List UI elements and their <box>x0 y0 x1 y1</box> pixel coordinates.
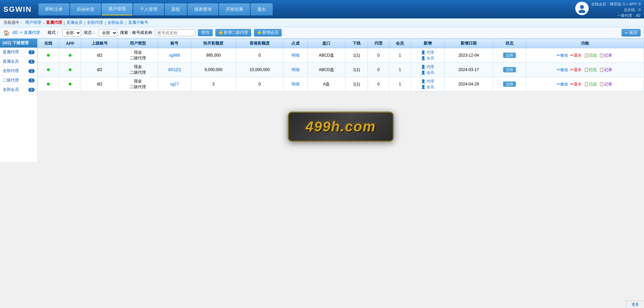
share-link-1[interactable]: 明细 <box>291 53 300 58</box>
add-agent-icon-1[interactable]: 👤 代理 <box>421 50 434 55</box>
sidebar-item-second-agent[interactable]: 二级代理 3 <box>0 76 37 85</box>
status-select[interactable]: 全部 启用 停用 <box>99 29 117 37</box>
func-withdraw-3[interactable]: ✏退水 <box>570 82 582 86</box>
add-member-icon-1[interactable]: 👤 会员 <box>421 56 434 61</box>
breadcrumb-sub-account[interactable]: 直属子账号 <box>128 20 148 25</box>
add-member-plus-icon: ✚ <box>257 30 261 36</box>
add-icons-1: 👤 代理 👤 会员 <box>411 48 444 63</box>
parent-acct-1: dl2 <box>81 48 118 63</box>
func-withdraw-1[interactable]: ✏退水 <box>570 53 582 58</box>
watermark-text: 499h.com <box>306 119 376 135</box>
date-1: 2023-12-04 <box>444 48 493 63</box>
status-1[interactable]: 启用 <box>493 48 526 63</box>
account-3[interactable]: sg27 <box>158 77 191 91</box>
search-input[interactable] <box>155 29 195 36</box>
status-badge-2[interactable]: 启用 <box>503 67 516 72</box>
header: SGWIN 即时注单 自动补货 用户管理 个人管理 跟投 报表查询 开奖结果 退… <box>0 0 644 18</box>
toolbar-bar: 🏠 dl2 -> 直属代理 模式： 全部 现金 信用 状态： 全部 启用 停用 … <box>0 27 644 39</box>
sidebar-direct-agent-label: 直属代理 <box>3 49 19 55</box>
func-2: ✏修改 ✏退水 📋日志 📋记录 <box>526 63 644 77</box>
add-agent-icon-2[interactable]: 👤 代理 <box>421 64 434 69</box>
nav-tab-logout[interactable]: 退出 <box>251 3 273 15</box>
status-3[interactable]: 启用 <box>493 77 526 91</box>
sidebar-second-agent-label: 二级代理 <box>3 77 19 83</box>
add-agent-text-2[interactable]: 代理 <box>427 64 434 69</box>
home-icon[interactable]: 🏠 <box>3 30 10 36</box>
footer-bar[interactable]: 更多 <box>626 301 644 308</box>
app-dot-2 <box>69 68 71 71</box>
add-member-text-3[interactable]: 会员 <box>427 84 434 89</box>
app-dot-1 <box>69 54 71 57</box>
add-member-text-2[interactable]: 会员 <box>427 70 434 75</box>
func-log-2[interactable]: 📋日志 <box>584 67 597 72</box>
func-edit-2[interactable]: ✏修改 <box>557 67 568 72</box>
person-icon-agent-3: 👤 <box>421 79 426 83</box>
status-badge-1[interactable]: 启用 <box>503 53 516 58</box>
func-record-3[interactable]: 📋记录 <box>599 82 612 86</box>
add-agent-text-1[interactable]: 代理 <box>427 50 434 55</box>
func-record-1[interactable]: 📋记录 <box>599 53 612 58</box>
add-agent-text-3[interactable]: 代理 <box>427 79 434 84</box>
th-downstream: 下线 <box>345 39 368 48</box>
func-edit-1[interactable]: ✏修改 <box>557 53 568 58</box>
breadcrumb-sep2: | <box>64 20 65 25</box>
share-1[interactable]: 明细 <box>283 48 308 63</box>
breadcrumb-sep1: › <box>43 20 44 25</box>
add-member-icon-2[interactable]: 👤 会员 <box>421 70 434 75</box>
nav-tab-follow[interactable]: 跟投 <box>165 3 187 15</box>
breadcrumb-all-agent[interactable]: 全部代理 <box>87 20 103 25</box>
account-2[interactable]: dl01[D] <box>158 63 191 77</box>
sidebar-item-all-agent[interactable]: 全部代理 3 <box>0 66 37 76</box>
quick-quota-3: 3 <box>191 77 236 91</box>
breadcrumb-user-mgmt[interactable]: 用户管理 <box>25 20 41 25</box>
account-link-1[interactable]: sg888 <box>169 53 180 58</box>
mode-select[interactable]: 全部 现金 信用 <box>62 29 81 37</box>
sidebar-item-direct-agent[interactable]: 直属代理 3 <box>0 48 37 57</box>
main-table: 在线 APP 上级账号 用户类型 账号 快开彩额度 香港彩额度 占成 盘口 下线… <box>38 39 644 91</box>
sidebar-item-all-member[interactable]: 全部会员 8 <box>0 85 37 95</box>
th-quick-quota: 快开彩额度 <box>191 39 236 48</box>
breadcrumb-sep5: | <box>125 20 126 25</box>
share-2[interactable]: 明细 <box>283 63 308 77</box>
status-2[interactable]: 启用 <box>493 63 526 77</box>
nav-tab-immediate-order[interactable]: 即时注单 <box>39 3 69 15</box>
table-row: dl2 现金二级代理 sg888 995,000 0 明细 ABCD盘 1(1)… <box>38 48 644 63</box>
status-badge-3[interactable]: 启用 <box>503 81 516 87</box>
th-account: 账号 <box>158 39 191 48</box>
sidebar-all-agent-count: 3 <box>29 69 35 73</box>
th-plate: 盘口 <box>308 39 345 48</box>
share-link-3[interactable]: 明细 <box>291 82 300 86</box>
search-button[interactable]: 查找 <box>198 29 213 36</box>
account-1[interactable]: sg888 <box>158 48 191 63</box>
add-member-icon-3[interactable]: 👤 会员 <box>421 84 434 89</box>
svg-point-1 <box>579 10 585 13</box>
nav-tab-results[interactable]: 开奖结果 <box>219 3 250 15</box>
add-member-text-1[interactable]: 会员 <box>427 56 434 61</box>
share-3[interactable]: 明细 <box>283 77 308 91</box>
table-row: dl2 现金二级代理 dl01[D] 9,000,000 10,000,000 … <box>38 63 644 77</box>
back-button[interactable]: ↩ 返回 <box>622 29 641 37</box>
func-log-3[interactable]: 📋日志 <box>584 82 597 86</box>
more-label[interactable]: 更多 <box>632 302 639 306</box>
nav-tab-auto-replenish[interactable]: 自动补货 <box>70 3 101 15</box>
func-log-1[interactable]: 📋日志 <box>584 53 597 58</box>
share-link-2[interactable]: 明细 <box>291 67 300 72</box>
add-agent-icon-3[interactable]: 👤 代理 <box>421 79 434 84</box>
add-member-button[interactable]: ✚ 新增会员 <box>254 29 282 37</box>
breadcrumb-direct-member[interactable]: 直属会员 <box>66 20 83 25</box>
nav-tab-report[interactable]: 报表查询 <box>187 3 218 15</box>
sidebar-item-direct-member[interactable]: 直属会员 5 <box>0 57 37 66</box>
nav-tab-user-mgmt[interactable]: 用户管理 <box>102 3 132 15</box>
func-edit-3[interactable]: ✏修改 <box>557 82 568 86</box>
breadcrumb-all-member[interactable]: 全部会员 <box>107 20 123 25</box>
user-type-3: 现金二级代理 <box>118 77 158 91</box>
account-link-3[interactable]: sg27 <box>170 82 179 86</box>
nav-tab-personal-mgmt[interactable]: 个人管理 <box>133 3 164 15</box>
func-record-2[interactable]: 📋记录 <box>599 67 612 72</box>
th-status: 状态 <box>493 39 526 48</box>
func-withdraw-2[interactable]: ✏退水 <box>570 67 582 72</box>
account-link-2[interactable]: dl01[D] <box>168 67 181 72</box>
th-user-type: 用户类型 <box>118 39 158 48</box>
plate-3: A盘 <box>308 77 345 91</box>
add-agent-button[interactable]: ✚ 新增二级代理 <box>215 29 251 37</box>
